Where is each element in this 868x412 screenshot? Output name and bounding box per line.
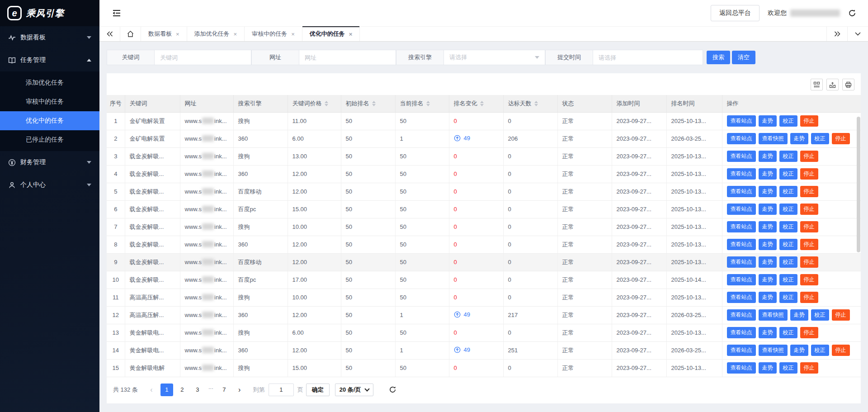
- column-settings-icon[interactable]: [811, 79, 823, 90]
- view-site-button[interactable]: 查看站点: [727, 309, 756, 321]
- url-input[interactable]: [299, 50, 396, 65]
- home-icon[interactable]: [120, 27, 141, 41]
- sort-icon[interactable]: [426, 101, 430, 106]
- view-site-button[interactable]: 查看站点: [727, 133, 756, 144]
- column-header[interactable]: 关键词价格: [288, 95, 341, 112]
- trend-button[interactable]: 走势: [759, 168, 777, 180]
- stop-button[interactable]: 停止: [832, 133, 850, 144]
- stop-button[interactable]: 停止: [800, 151, 818, 162]
- trend-button[interactable]: 走势: [790, 345, 808, 356]
- stop-button[interactable]: 停止: [800, 292, 818, 303]
- page-button[interactable]: 2: [176, 384, 189, 396]
- view-site-button[interactable]: 查看站点: [727, 168, 756, 180]
- sort-icon[interactable]: [325, 101, 328, 106]
- correct-button[interactable]: 校正: [779, 292, 797, 303]
- trend-button[interactable]: 走势: [759, 327, 777, 338]
- stop-button[interactable]: 停止: [800, 327, 818, 338]
- view-site-button[interactable]: 查看站点: [727, 274, 756, 285]
- view-snapshot-button[interactable]: 查看快照: [759, 133, 788, 144]
- tab-reviewing-tasks[interactable]: 审核中的任务×: [245, 27, 302, 41]
- sidebar-item-dashboard[interactable]: 数据看板: [0, 26, 99, 49]
- page-button[interactable]: 1: [160, 384, 173, 396]
- trend-button[interactable]: 走势: [759, 256, 777, 268]
- sort-icon[interactable]: [534, 101, 538, 106]
- confirm-button[interactable]: 确定: [306, 384, 330, 396]
- stop-button[interactable]: 停止: [800, 256, 818, 268]
- trend-button[interactable]: 走势: [790, 309, 808, 321]
- page-size-select[interactable]: 20 条/页: [335, 384, 374, 396]
- stop-button[interactable]: 停止: [800, 204, 818, 215]
- correct-button[interactable]: 校正: [779, 256, 797, 268]
- correct-button[interactable]: 校正: [779, 168, 797, 180]
- view-snapshot-button[interactable]: 查看快照: [759, 309, 788, 321]
- stop-button[interactable]: 停止: [832, 309, 850, 321]
- tabs-menu-chevron-icon[interactable]: [847, 27, 868, 41]
- view-site-button[interactable]: 查看站点: [727, 256, 756, 268]
- collapse-sidebar-icon[interactable]: [112, 9, 121, 17]
- trend-button[interactable]: 走势: [759, 115, 777, 127]
- trend-button[interactable]: 走势: [759, 362, 777, 374]
- sidebar-item-stopped-tasks[interactable]: 已停止的任务: [0, 130, 99, 149]
- tab-dashboard[interactable]: 数据看板×: [141, 27, 187, 41]
- reload-icon[interactable]: [389, 386, 396, 393]
- view-site-button[interactable]: 查看站点: [727, 151, 756, 162]
- view-site-button[interactable]: 查看站点: [727, 186, 756, 197]
- sidebar-item-finance[interactable]: 财务管理: [0, 151, 99, 174]
- view-site-button[interactable]: 查看站点: [727, 115, 756, 127]
- trend-button[interactable]: 走势: [759, 221, 777, 232]
- engine-select[interactable]: 请选择: [443, 50, 545, 65]
- correct-button[interactable]: 校正: [779, 362, 797, 374]
- tabs-scroll-left-icon[interactable]: [99, 27, 120, 41]
- view-site-button[interactable]: 查看站点: [727, 204, 756, 215]
- close-icon[interactable]: ×: [176, 31, 179, 38]
- view-site-button[interactable]: 查看站点: [727, 239, 756, 250]
- close-icon[interactable]: ×: [234, 31, 237, 38]
- correct-button[interactable]: 校正: [811, 133, 829, 144]
- sidebar-item-add-task[interactable]: 添加优化任务: [0, 73, 99, 92]
- sidebar-item-tasks[interactable]: 任务管理: [0, 49, 99, 71]
- stop-button[interactable]: 停止: [800, 168, 818, 180]
- page-button[interactable]: 3: [191, 384, 204, 396]
- sidebar-item-optimizing-tasks[interactable]: 优化中的任务: [0, 111, 99, 130]
- table-scrollbar[interactable]: [857, 117, 860, 381]
- sort-icon[interactable]: [372, 101, 376, 106]
- return-platform-button[interactable]: 返回总平台: [711, 5, 760, 21]
- correct-button[interactable]: 校正: [779, 151, 797, 162]
- export-icon[interactable]: [826, 79, 839, 90]
- trend-button[interactable]: 走势: [759, 186, 777, 197]
- tabs-scroll-right-icon[interactable]: [826, 27, 847, 41]
- view-site-button[interactable]: 查看站点: [727, 362, 756, 374]
- stop-button[interactable]: 停止: [800, 221, 818, 232]
- refresh-icon[interactable]: [848, 9, 856, 17]
- stop-button[interactable]: 停止: [832, 345, 850, 356]
- view-site-button[interactable]: 查看站点: [727, 221, 756, 232]
- correct-button[interactable]: 校正: [779, 186, 797, 197]
- stop-button[interactable]: 停止: [800, 239, 818, 250]
- stop-button[interactable]: 停止: [800, 186, 818, 197]
- trend-button[interactable]: 走势: [759, 274, 777, 285]
- jump-page-input[interactable]: [269, 384, 294, 396]
- column-header[interactable]: 达标天数: [503, 95, 557, 112]
- column-header[interactable]: 排名变化: [449, 95, 503, 112]
- correct-button[interactable]: 校正: [811, 345, 829, 356]
- correct-button[interactable]: 校正: [779, 204, 797, 215]
- correct-button[interactable]: 校正: [779, 274, 797, 285]
- trend-button[interactable]: 走势: [759, 204, 777, 215]
- print-icon[interactable]: [842, 79, 854, 90]
- view-site-button[interactable]: 查看站点: [727, 345, 756, 356]
- correct-button[interactable]: 校正: [779, 115, 797, 127]
- column-header[interactable]: 当前排名: [395, 95, 449, 112]
- tab-add-task[interactable]: 添加优化任务×: [187, 27, 245, 41]
- stop-button[interactable]: 停止: [800, 362, 818, 374]
- next-page-icon[interactable]: ›: [233, 384, 246, 396]
- submit-time-input[interactable]: [593, 50, 703, 65]
- stop-button[interactable]: 停止: [800, 115, 818, 127]
- clear-button[interactable]: 清空: [732, 51, 755, 64]
- view-site-button[interactable]: 查看站点: [727, 327, 756, 338]
- sidebar-item-reviewing-tasks[interactable]: 审核中的任务: [0, 92, 99, 111]
- correct-button[interactable]: 校正: [779, 239, 797, 250]
- keyword-input[interactable]: [154, 50, 251, 65]
- close-icon[interactable]: ×: [349, 31, 353, 38]
- trend-button[interactable]: 走势: [759, 292, 777, 303]
- correct-button[interactable]: 校正: [811, 309, 829, 321]
